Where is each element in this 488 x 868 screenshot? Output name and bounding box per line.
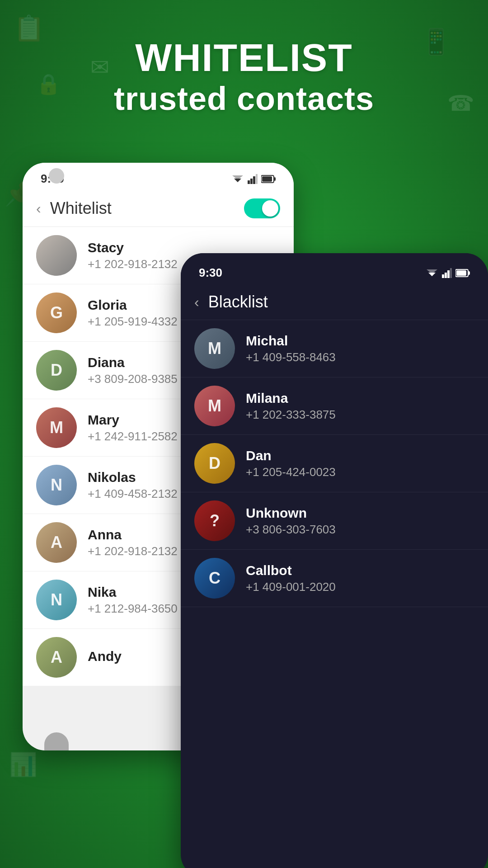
contact-info-nikolas: Nikolas +1 409-458-2132: [88, 470, 178, 501]
blacklist-title: Blacklist: [208, 292, 474, 311]
svg-rect-14: [450, 268, 452, 278]
contact-phone-unknown: +3 806-303-7603: [246, 523, 336, 537]
blacklist-contact-list: M Michal +1 409-558-8463 M Milana +1 202…: [181, 320, 488, 607]
contact-phone-milana: +1 202-333-3875: [246, 408, 336, 422]
whitelist-status-icons: [231, 174, 276, 184]
blacklist-status-icons: [426, 268, 470, 278]
contact-info-callbot: Callbot +1 409-001-2020: [246, 563, 336, 594]
avatar-mary: M: [36, 407, 77, 448]
contact-info-nika: Nika +1 212-984-3650: [88, 585, 178, 616]
blacklist-back-button[interactable]: ‹: [194, 294, 199, 311]
svg-rect-4: [253, 176, 255, 184]
avatar-dan: D: [194, 443, 235, 484]
avatar-callbot: C: [194, 558, 235, 599]
contact-item-dan: D Dan +1 205-424-0023: [181, 435, 488, 492]
svg-rect-7: [274, 177, 276, 181]
contact-info-gloria: Gloria +1 205-919-4332: [88, 297, 178, 329]
avatar-nika: N: [36, 580, 77, 620]
svg-rect-12: [445, 273, 447, 278]
contact-name-andy: Andy: [88, 649, 122, 664]
contact-info-andy: Andy: [88, 649, 122, 666]
contact-name-milana: Milana: [246, 391, 336, 406]
avatar-andy: A: [36, 637, 77, 678]
svg-rect-17: [456, 270, 466, 276]
contact-info-anna: Anna +1 202-918-2132: [88, 527, 178, 558]
contact-phone-anna: +1 202-918-2132: [88, 544, 178, 558]
avatar-milana: M: [194, 386, 235, 426]
whitelist-toggle[interactable]: [244, 198, 280, 218]
contact-info-diana: Diana +3 809-208-9385: [88, 355, 178, 386]
wifi-icon: [231, 174, 244, 184]
contact-name-unknown: Unknown: [246, 505, 336, 521]
contact-item-callbot: C Callbot +1 409-001-2020: [181, 550, 488, 607]
contact-name-dan: Dan: [246, 448, 336, 463]
whitelist-title: Whitelist: [50, 199, 244, 218]
avatar-stacy: [36, 235, 77, 276]
contact-info-mary: Mary +1 242-911-2582: [88, 412, 178, 443]
contact-name-nikolas: Nikolas: [88, 470, 178, 485]
wifi-icon-dark: [426, 268, 438, 278]
svg-rect-5: [256, 174, 258, 184]
contact-name-nika: Nika: [88, 585, 178, 600]
contact-info-dan: Dan +1 205-424-0023: [246, 448, 336, 479]
contact-name-diana: Diana: [88, 355, 178, 370]
svg-rect-8: [262, 176, 272, 182]
contact-phone-mary: +1 242-911-2582: [88, 429, 178, 443]
avatar-michal: M: [194, 328, 235, 369]
signal-icon: [248, 174, 258, 184]
contact-item-milana: M Milana +1 202-333-3875: [181, 377, 488, 435]
contact-item-michal: M Michal +1 409-558-8463: [181, 320, 488, 377]
svg-rect-13: [447, 270, 450, 278]
svg-rect-2: [248, 180, 250, 184]
phones-container: 9:30 ‹: [0, 127, 488, 868]
contact-phone-dan: +1 205-424-0023: [246, 465, 336, 479]
svg-rect-11: [442, 274, 444, 278]
blacklist-app-header: ‹ Blacklist: [181, 284, 488, 320]
header-subtitle: trusted contacts: [0, 79, 488, 118]
blacklist-status-bar: 9:30: [181, 253, 488, 284]
contact-name-anna: Anna: [88, 527, 178, 542]
contact-info-stacy: Stacy +1 202-918-2132: [88, 240, 178, 271]
blacklist-phone: 9:30 ‹: [181, 253, 488, 868]
contact-name-stacy: Stacy: [88, 240, 178, 255]
blacklist-time: 9:30: [199, 266, 222, 280]
contact-info-unknown: Unknown +3 806-303-7603: [246, 505, 336, 537]
battery-icon: [261, 175, 276, 184]
signal-icon-dark: [442, 268, 452, 278]
contact-phone-stacy: +1 202-918-2132: [88, 257, 178, 271]
avatar-gloria: G: [36, 292, 77, 333]
contact-phone-diana: +3 809-208-9385: [88, 372, 178, 386]
contact-name-callbot: Callbot: [246, 563, 336, 578]
avatar-nikolas: N: [36, 465, 77, 505]
svg-rect-16: [468, 271, 470, 275]
avatar-unknown: ?: [194, 500, 235, 541]
contact-item-unknown: ? Unknown +3 806-303-7603: [181, 492, 488, 550]
contact-phone-nikolas: +1 409-458-2132: [88, 487, 178, 501]
avatar-diana: D: [36, 350, 77, 391]
contact-name-michal: Michal: [246, 333, 336, 349]
svg-marker-1: [232, 175, 243, 180]
contact-info-milana: Milana +1 202-333-3875: [246, 391, 336, 422]
avatar-anna: A: [36, 522, 77, 563]
contact-phone-nika: +1 212-984-3650: [88, 602, 178, 616]
contact-name-mary: Mary: [88, 412, 178, 428]
svg-marker-10: [427, 269, 437, 274]
contact-name-gloria: Gloria: [88, 297, 178, 313]
contact-phone-michal: +1 409-558-8463: [246, 350, 336, 364]
page-header: WHITELIST trusted contacts: [0, 0, 488, 136]
svg-rect-3: [250, 179, 253, 184]
contact-phone-gloria: +1 205-919-4332: [88, 315, 178, 329]
header-title: WHITELIST: [0, 36, 488, 79]
contact-info-michal: Michal +1 409-558-8463: [246, 333, 336, 364]
battery-icon-dark: [455, 269, 470, 278]
whitelist-back-button[interactable]: ‹: [36, 200, 41, 217]
contact-phone-callbot: +1 409-001-2020: [246, 580, 336, 594]
whitelist-app-header: ‹ Whitelist: [23, 190, 294, 227]
